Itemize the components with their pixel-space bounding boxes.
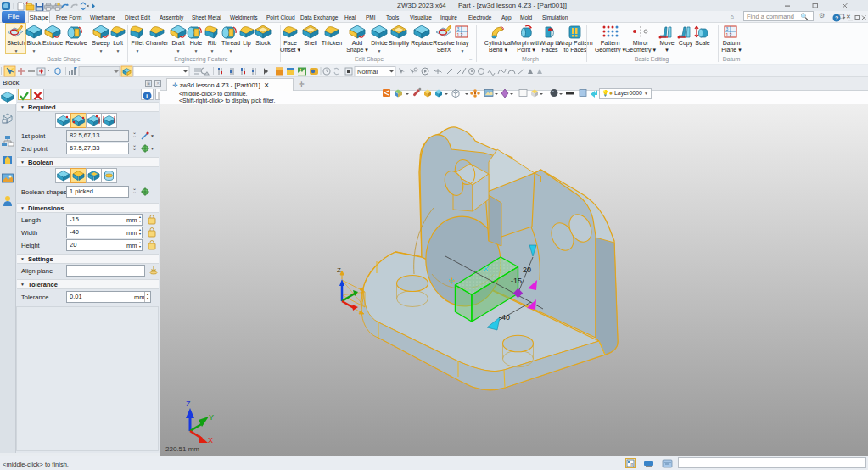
svg-text:-15: -15 — [511, 277, 522, 285]
svg-text:n: n — [631, 462, 634, 467]
svg-text:X: X — [208, 436, 213, 445]
svg-text:Y: Y — [209, 413, 214, 422]
svg-text:20: 20 — [523, 266, 531, 274]
svg-text:?: ? — [835, 15, 838, 21]
svg-text:-40: -40 — [499, 313, 510, 322]
svg-text:Normal: Normal — [357, 68, 378, 76]
svg-text:Z: Z — [186, 400, 191, 408]
svg-text:Z: Z — [337, 266, 341, 274]
svg-text:i: i — [146, 92, 148, 100]
